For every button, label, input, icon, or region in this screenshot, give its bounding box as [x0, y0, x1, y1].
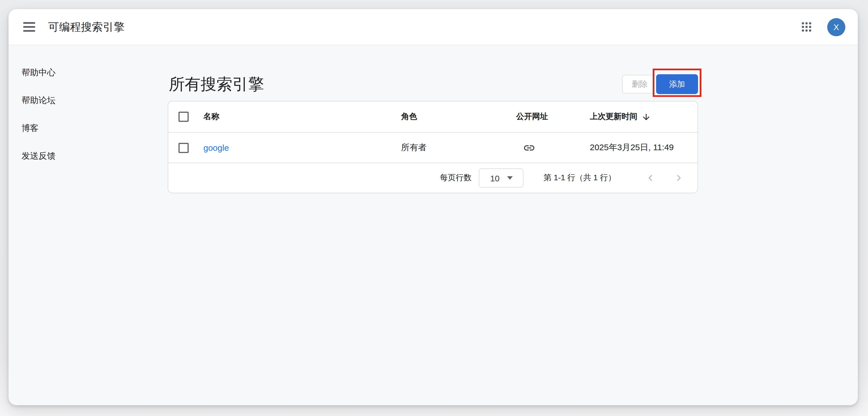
sidebar-item-send-feedback[interactable]: 发送反馈	[22, 142, 159, 170]
column-header-updated-label: 上次更新时间	[590, 112, 638, 122]
page-title: 所有搜索引擎	[169, 74, 264, 95]
sort-descending-icon[interactable]	[641, 112, 651, 122]
pagination-nav	[644, 172, 685, 184]
sidebar: 帮助中心 帮助论坛 博客 发送反馈	[8, 45, 159, 170]
delete-button[interactable]: 删除	[622, 75, 657, 93]
chevron-right-icon[interactable]	[673, 172, 685, 184]
app-window: 可编程搜索引擎 X 帮助中心 帮助论坛 博客 发送反馈 所有搜索	[8, 9, 858, 405]
apps-grid-icon[interactable]	[801, 22, 812, 32]
sidebar-item-blog[interactable]: 博客	[22, 115, 159, 142]
header-checkbox-cell	[168, 112, 204, 122]
table-pagination: 每页行数 10 第 1-1 行（共 1 行）	[168, 163, 698, 193]
table-header-row: 名称 角色 公开网址 上次更新时间	[168, 101, 698, 132]
row-checkbox-cell	[168, 143, 204, 153]
sidebar-item-help-center[interactable]: 帮助中心	[22, 59, 159, 87]
engine-name-link[interactable]: google	[204, 143, 401, 152]
avatar[interactable]: X	[827, 18, 845, 36]
select-all-checkbox[interactable]	[179, 112, 189, 122]
screenshot-stage: 可编程搜索引擎 X 帮助中心 帮助论坛 博客 发送反馈 所有搜索	[0, 0, 868, 416]
sidebar-item-help-forum[interactable]: 帮助论坛	[22, 87, 159, 115]
pagination-range-text: 第 1-1 行（共 1 行）	[544, 173, 616, 183]
table-row: google 所有者 2025年3月25日, 11:49	[168, 132, 698, 163]
row-checkbox[interactable]	[179, 143, 189, 153]
column-header-public-url[interactable]: 公开网址	[516, 112, 590, 122]
search-engines-table: 名称 角色 公开网址 上次更新时间	[168, 101, 698, 193]
rows-per-page-value: 10	[490, 173, 499, 183]
chevron-left-icon[interactable]	[644, 172, 657, 184]
engine-updated-time: 2025年3月25日, 11:49	[590, 142, 698, 153]
app-title: 可编程搜索引擎	[48, 20, 125, 34]
menu-icon[interactable]	[23, 22, 35, 32]
add-button[interactable]: 添加	[656, 74, 698, 94]
app-header: 可编程搜索引擎 X	[8, 9, 858, 45]
column-header-updated[interactable]: 上次更新时间	[590, 112, 698, 122]
column-header-name[interactable]: 名称	[204, 112, 401, 122]
caret-down-icon	[507, 176, 513, 180]
column-header-role[interactable]: 角色	[401, 112, 516, 122]
engine-role: 所有者	[401, 142, 516, 153]
public-url-link-icon[interactable]	[516, 141, 590, 154]
rows-per-page-select[interactable]: 10	[479, 168, 524, 187]
rows-per-page-label: 每页行数	[440, 173, 472, 183]
